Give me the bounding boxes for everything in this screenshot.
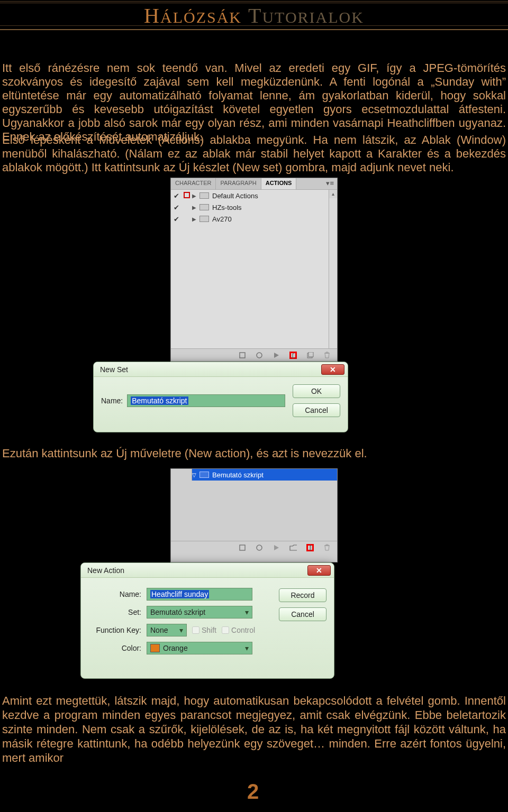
label-set: Set: xyxy=(88,608,141,616)
folder-icon xyxy=(199,192,209,199)
action-set-name: Av270 xyxy=(212,215,337,223)
set-select[interactable]: Bemutató szkript xyxy=(147,606,252,619)
paragraph-3: Ezután kattintsunk az Új műveletre (New … xyxy=(2,447,367,460)
panel-menu-icon[interactable]: ▾≡ xyxy=(323,178,337,189)
cancel-button[interactable]: Cancel xyxy=(293,403,340,417)
folder-icon xyxy=(199,204,209,210)
close-button[interactable]: ✕ xyxy=(307,565,331,576)
control-checkbox[interactable]: Control xyxy=(222,626,255,634)
action-row[interactable]: ✔ ▶ HZs-tools xyxy=(171,201,337,213)
dialog-toggle-icon[interactable] xyxy=(182,192,192,200)
close-button[interactable]: ✕ xyxy=(321,364,344,375)
toggle-checkbox[interactable]: ✔ xyxy=(171,192,182,200)
svg-rect-4 xyxy=(309,352,313,357)
label-fkey: Function Key: xyxy=(88,626,141,634)
new-action-button[interactable] xyxy=(306,544,314,551)
page-title-main: HÁLÓZSÁK xyxy=(144,3,242,28)
folder-icon xyxy=(199,472,209,478)
new-action-dialog: New Action ✕ Name: Heathcliff sunday Set… xyxy=(80,562,334,679)
action-set-name: Default Actions xyxy=(212,192,337,200)
expand-icon[interactable]: ▽ xyxy=(192,472,199,478)
ok-button[interactable]: OK xyxy=(293,384,340,398)
play-icon[interactable] xyxy=(273,352,280,359)
color-swatch xyxy=(150,644,160,652)
svg-point-6 xyxy=(257,545,262,550)
svg-marker-2 xyxy=(274,353,279,358)
toggle-checkbox[interactable]: ✔ xyxy=(171,204,182,211)
fkey-select[interactable]: None xyxy=(147,624,187,636)
new-set-button[interactable] xyxy=(289,352,297,359)
paragraph-2: Első lépésként a Műveletek (Actions) abl… xyxy=(2,133,506,174)
name-input[interactable]: Heathcliff sunday xyxy=(147,588,252,601)
tab-paragraph[interactable]: PARAGRAPH xyxy=(216,178,261,189)
actions-panel: CHARACTER PARAGRAPH ACTIONS ▾≡ ✔ ▶ Defau… xyxy=(170,178,338,362)
expand-icon[interactable]: ▶ xyxy=(192,193,199,199)
stop-icon[interactable] xyxy=(239,544,246,551)
label-color: Color: xyxy=(88,644,141,652)
new-set-dialog: New Set ✕ Name: Bemutató szkript OK Canc… xyxy=(93,362,348,432)
label-name: Name: xyxy=(88,590,141,598)
paragraph-4: Amint ezt megtettük, látszik majd, hogy … xyxy=(2,694,506,765)
record-icon[interactable] xyxy=(256,352,263,359)
name-input[interactable]: Bemutató szkript xyxy=(127,394,285,407)
svg-rect-0 xyxy=(240,353,245,358)
action-set-selected[interactable]: ▽ Bemutató szkript xyxy=(192,469,337,481)
action-set-name: HZs-tools xyxy=(212,204,337,211)
color-select[interactable]: Orange xyxy=(147,642,252,654)
trash-icon[interactable] xyxy=(323,544,331,551)
expand-icon[interactable]: ▶ xyxy=(192,216,199,222)
folder-icon xyxy=(199,216,209,222)
page-title-sub: TUTORIALOK xyxy=(248,3,364,28)
page-header: HÁLÓZSÁK TUTORIALOK xyxy=(0,0,508,32)
svg-point-1 xyxy=(257,353,262,358)
dialog-title: New Action xyxy=(87,566,124,575)
action-set-name: Bemutató szkript xyxy=(212,471,264,479)
scroll-up-icon[interactable]: ▴ xyxy=(329,190,337,198)
tab-character[interactable]: CHARACTER xyxy=(171,178,216,189)
page-number: 2 xyxy=(0,780,508,804)
actions-panel-small: ▽ Bemutató szkript xyxy=(170,468,338,562)
toggle-checkbox[interactable]: ✔ xyxy=(171,215,182,223)
record-icon[interactable] xyxy=(256,544,263,551)
stop-icon[interactable] xyxy=(239,352,246,359)
scrollbar[interactable]: ▴ xyxy=(329,190,337,349)
svg-marker-7 xyxy=(274,545,279,550)
paragraph-1: Itt első ránézésre nem sok teendő van. M… xyxy=(2,61,506,144)
action-row[interactable]: ✔ ▶ Default Actions xyxy=(171,190,337,201)
trash-icon[interactable] xyxy=(323,352,331,359)
shift-checkbox[interactable]: Shift xyxy=(192,626,216,634)
svg-rect-5 xyxy=(240,545,245,550)
action-row[interactable]: ✔ ▶ Av270 xyxy=(171,213,337,225)
new-set-icon[interactable] xyxy=(289,544,297,551)
name-label: Name: xyxy=(101,396,123,405)
expand-icon[interactable]: ▶ xyxy=(192,205,199,210)
record-button[interactable]: Record xyxy=(279,588,326,602)
play-icon[interactable] xyxy=(273,544,280,551)
new-action-icon[interactable] xyxy=(306,352,314,359)
tab-actions[interactable]: ACTIONS xyxy=(261,178,297,189)
cancel-button[interactable]: Cancel xyxy=(279,607,326,621)
dialog-title: New Set xyxy=(100,365,128,374)
